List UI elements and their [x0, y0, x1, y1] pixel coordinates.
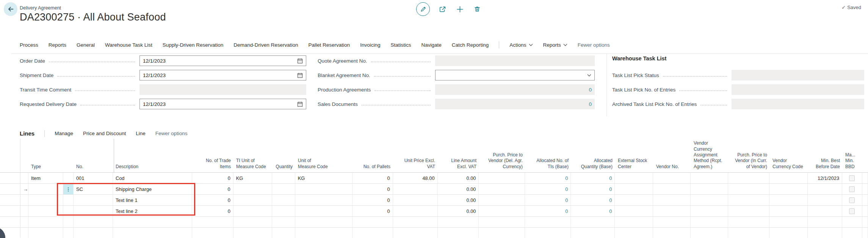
cell-trade_items[interactable]: 0	[192, 195, 233, 205]
row-checkbox[interactable]	[849, 175, 855, 181]
cell-vendor_no[interactable]	[653, 206, 691, 216]
cell-alloc_tis[interactable]: 0	[525, 195, 571, 205]
field-input-shipment-date[interactable]: 12/1/2023	[139, 70, 306, 80]
cell-vendor_curr_method[interactable]	[691, 206, 728, 216]
cell-description[interactable]: Text line 2	[113, 206, 192, 216]
cell-uom[interactable]: KG	[295, 173, 353, 183]
ribbon-item-pallet-reservation[interactable]: Pallet Reservation	[309, 42, 350, 48]
column-header-ext_stock[interactable]: External Stock Center	[615, 139, 653, 172]
column-header-unit_price[interactable]: Unit Price Excl. VAT	[393, 139, 438, 172]
edit-button[interactable]	[416, 2, 430, 16]
drilldown-link[interactable]: 0	[565, 197, 568, 203]
field-input-sales-documents[interactable]: 0	[435, 99, 595, 109]
cell-quantity[interactable]	[272, 195, 295, 205]
cell-pallets[interactable]: 0	[353, 195, 393, 205]
drilldown-link[interactable]: 0	[565, 175, 568, 181]
share-button[interactable]	[437, 4, 447, 14]
cell-purch_price_vendor[interactable]	[728, 173, 769, 183]
column-header-vendor_curr_method[interactable]: Vendor Currency Assignment Method (Rcpt.…	[691, 139, 729, 172]
back-button[interactable]	[4, 2, 17, 16]
column-header-min_bbd[interactable]: Min. Best Before Date	[808, 139, 843, 172]
cell-vendor_curr_code[interactable]	[769, 173, 808, 183]
ribbon-dropdown-actions[interactable]: Actions	[509, 42, 533, 48]
cell-ext_stock[interactable]	[615, 173, 653, 183]
column-header-vendor_curr_code[interactable]: Vendor Currency Code	[770, 139, 808, 172]
calendar-icon[interactable]	[297, 73, 303, 78]
cell-description[interactable]: Shipping Charge	[113, 184, 192, 194]
cell-vendor_no[interactable]	[653, 173, 691, 183]
cell-pallets[interactable]: 0	[353, 173, 393, 183]
cell-trade_items[interactable]: 0	[192, 184, 233, 194]
cell-line_amount[interactable]: 0.00	[437, 184, 479, 194]
column-header-line_amount[interactable]: Line Amount Excl. VAT	[438, 139, 479, 172]
cell-max_min_bbd[interactable]	[842, 195, 862, 205]
cell-purch_price_del[interactable]	[479, 184, 525, 194]
cell-pallets[interactable]: 0	[353, 206, 393, 216]
cell-purch_price_del[interactable]	[479, 173, 525, 183]
cell-unit_price[interactable]	[393, 184, 438, 194]
calendar-icon[interactable]	[297, 101, 303, 107]
cell-purch_price_vendor[interactable]	[728, 184, 769, 194]
cell-line_amount[interactable]: 0.00	[438, 173, 479, 183]
calendar-icon[interactable]	[297, 58, 303, 64]
cell-trade_items[interactable]: 0	[192, 206, 233, 216]
field-input-order-date[interactable]: 12/1/2023	[139, 55, 306, 66]
cell-ext_stock[interactable]	[615, 184, 653, 194]
ribbon-item-warehouse-task-list[interactable]: Warehouse Task List	[105, 42, 152, 48]
column-header-vendor_no[interactable]: Vendor No.	[653, 139, 691, 172]
delete-button[interactable]	[472, 4, 482, 14]
ribbon-item-general[interactable]: General	[77, 42, 95, 48]
cell-type[interactable]	[28, 206, 63, 216]
column-header-type[interactable]: Type	[28, 139, 63, 172]
cell-no[interactable]	[74, 195, 113, 205]
field-input-requested-delivery-date[interactable]: 12/1/2023	[139, 99, 306, 109]
cell-alloc_qty[interactable]: 0	[571, 195, 615, 205]
cell-max_min_bbd[interactable]	[842, 206, 862, 216]
cell-vendor_curr_code[interactable]	[769, 184, 808, 194]
ribbon-fewer-options[interactable]: Fewer options	[578, 42, 610, 48]
cell-pallets[interactable]: 0	[353, 184, 393, 194]
cell-quantity[interactable]	[272, 173, 295, 183]
cell-uom[interactable]	[295, 206, 353, 216]
cell-menu[interactable]	[63, 173, 74, 183]
row-checkbox[interactable]	[849, 186, 855, 192]
drilldown-link[interactable]: 0	[565, 186, 568, 192]
cell-uom[interactable]	[295, 195, 353, 205]
column-header-no[interactable]: No.	[74, 139, 113, 172]
cell-unit_price[interactable]	[393, 195, 438, 205]
cell-max_min_bbd[interactable]	[842, 173, 862, 183]
cell-vendor_curr_code[interactable]	[769, 206, 808, 216]
cell-ext_stock[interactable]	[615, 195, 653, 205]
cell-alloc_tis[interactable]: 0	[525, 206, 571, 216]
cell-min_bbd[interactable]	[808, 195, 842, 205]
cell-unit_price[interactable]: 48.00	[393, 173, 438, 183]
field-input-production-agreements[interactable]: 0	[435, 84, 595, 95]
ribbon-item-invoicing[interactable]: Invoicing	[360, 42, 380, 48]
cell-ti_uom[interactable]	[233, 195, 272, 205]
cell-indicator[interactable]	[20, 195, 28, 205]
cell-indicator[interactable]	[20, 173, 28, 183]
cell-indicator[interactable]	[20, 206, 28, 216]
ribbon-item-process[interactable]: Process	[20, 42, 38, 48]
cell-ti_uom[interactable]	[233, 184, 272, 194]
cell-type[interactable]	[28, 195, 63, 205]
ribbon-item-statistics[interactable]: Statistics	[390, 42, 411, 48]
cell-alloc_tis[interactable]: 0	[525, 173, 571, 183]
drilldown-link[interactable]: 0	[565, 208, 568, 214]
cell-ext_stock[interactable]	[615, 206, 653, 216]
cell-quantity[interactable]	[272, 206, 295, 216]
cell-description[interactable]: Cod	[113, 173, 192, 183]
row-checkbox[interactable]	[849, 208, 855, 214]
cell-line_amount[interactable]: 0.00	[438, 195, 479, 205]
cell-purch_price_del[interactable]	[479, 206, 525, 216]
cell-menu[interactable]: ⋮	[63, 184, 74, 194]
cell-alloc_qty[interactable]: 0	[571, 206, 615, 216]
drilldown-link[interactable]: 0	[609, 208, 612, 214]
cell-menu[interactable]	[63, 206, 74, 216]
column-header-alloc_qty[interactable]: Allocated Quantity (Base)	[571, 139, 615, 172]
cell-ti_uom[interactable]: KG	[233, 173, 272, 183]
column-header-alloc_tis[interactable]: Allocated No. of TIs (Base)	[525, 139, 571, 172]
cell-alloc_tis[interactable]: 0	[525, 184, 571, 194]
column-header-ti_uom[interactable]: TI Unit of Measure Code	[233, 139, 272, 172]
cell-unit_price[interactable]	[393, 206, 438, 216]
